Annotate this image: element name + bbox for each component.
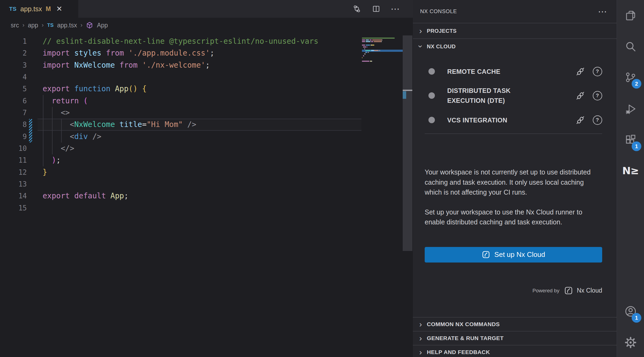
scrollbar-modified-marker — [403, 91, 406, 99]
collapsed-sections: › COMMON NX COMMANDS › GENERATE & RUN TA… — [413, 317, 617, 357]
connect-icon[interactable] — [575, 115, 585, 125]
section-label: PROJECTS — [427, 28, 457, 34]
line-number[interactable]: 15 — [0, 202, 27, 214]
line-number[interactable]: 13 — [0, 178, 27, 190]
line-number[interactable]: 10 — [0, 143, 27, 154]
line-number[interactable]: 12 — [0, 166, 27, 178]
setup-nx-cloud-button[interactable]: Set up Nx Cloud — [425, 247, 602, 263]
feature-label: VCS INTEGRATION — [447, 115, 536, 125]
explorer-icon[interactable] — [617, 2, 644, 29]
section-label: NX CLOUD — [427, 43, 456, 50]
close-icon[interactable]: ✕ — [56, 5, 62, 13]
modified-lines-gutter-indicator — [29, 119, 32, 143]
line-number[interactable]: 4 — [0, 71, 27, 83]
settings-gear-icon[interactable] — [617, 329, 644, 356]
source-control-badge: 2 — [632, 79, 641, 89]
more-actions-icon[interactable]: ⋯ — [598, 9, 608, 14]
code-line[interactable]: 13 — [0, 178, 413, 190]
code-text: <NxWelcome title="Hi Mom" /> — [43, 119, 196, 130]
breadcrumb: src › app › TS app.tsx › App — [11, 18, 108, 33]
scrollbar-cursor-marker — [403, 90, 412, 91]
code-text: return ( — [43, 95, 88, 107]
code-line[interactable]: 1// eslint-disable-next-line @typescript… — [0, 35, 413, 47]
line-number[interactable]: 7 — [0, 107, 27, 119]
code-editor[interactable]: 1// eslint-disable-next-line @typescript… — [0, 35, 413, 214]
source-control-icon[interactable]: 2 — [617, 64, 644, 91]
connect-icon[interactable] — [575, 91, 585, 100]
modified-badge: M — [46, 5, 51, 13]
code-line[interactable]: 3import NxWelcome from './nx-welcome'; — [0, 59, 413, 71]
help-icon[interactable]: ? — [593, 115, 602, 125]
line-number[interactable]: 2 — [0, 47, 27, 59]
code-line[interactable]: 15 — [0, 202, 413, 214]
compare-changes-icon[interactable] — [352, 4, 361, 13]
typescript-file-icon: TS — [47, 22, 54, 28]
code-text: import NxWelcome from './nx-welcome'; — [43, 59, 210, 71]
code-line[interactable]: 14export default App; — [0, 190, 413, 202]
code-line[interactable]: 10 </> — [0, 143, 413, 154]
connect-icon[interactable] — [575, 67, 585, 76]
collapsed-section-row[interactable]: › COMMON NX COMMANDS — [413, 317, 617, 331]
account-icon[interactable]: 1 — [617, 298, 644, 325]
indent-guide — [43, 95, 43, 166]
code-line[interactable]: 8 <NxWelcome title="Hi Mom" /> — [0, 119, 413, 130]
run-debug-icon[interactable] — [617, 96, 644, 122]
symbol-cube-icon — [86, 21, 93, 29]
tab-app-tsx[interactable]: TS app.tsx M ✕ — [0, 0, 78, 18]
breadcrumb-src[interactable]: src — [11, 22, 19, 29]
minimap-line — [363, 46, 366, 48]
minimap-line — [381, 41, 382, 42]
minimap-line — [379, 50, 380, 51]
nx-cloud-feature-row: DISTRIBUTED TASK EXECUTION (DTE) ? — [425, 83, 602, 108]
nx-cloud-feature-row: REMOTE CACHE ? — [425, 63, 602, 79]
vertical-scrollbar[interactable] — [403, 35, 412, 251]
breadcrumb-symbol-app[interactable]: App — [97, 22, 108, 29]
line-number[interactable]: 6 — [0, 95, 27, 107]
split-editor-icon[interactable] — [372, 4, 381, 13]
code-line[interactable]: 5export function App() { — [0, 83, 413, 95]
line-number[interactable]: 8 — [0, 119, 27, 130]
line-number[interactable]: 1 — [0, 35, 27, 47]
minimap-line — [371, 50, 374, 51]
editor-toolbar: ⋯ — [352, 0, 400, 18]
breadcrumb-file[interactable]: app.tsx — [57, 22, 77, 29]
extensions-icon[interactable]: 1 — [617, 126, 644, 153]
line-number[interactable]: 3 — [0, 59, 27, 71]
code-line[interactable]: 4 — [0, 71, 413, 83]
section-nx-cloud[interactable]: › NX CLOUD — [413, 38, 617, 54]
search-icon[interactable] — [617, 33, 644, 60]
line-number[interactable]: 11 — [0, 154, 27, 166]
nx-console-icon[interactable]: N≥ — [617, 157, 644, 184]
code-text: <div /> — [43, 131, 101, 143]
more-actions-icon[interactable]: ⋯ — [391, 4, 400, 13]
divider — [425, 133, 602, 134]
minimap-line — [366, 41, 371, 42]
help-icon[interactable]: ? — [593, 91, 602, 100]
collapsed-section-row[interactable]: › HELP AND FEEDBACK — [413, 345, 617, 357]
help-icon[interactable]: ? — [593, 67, 602, 76]
code-line[interactable]: 7 <> — [0, 107, 413, 119]
editor-region: TS app.tsx M ✕ ⋯ — [0, 0, 413, 357]
code-line[interactable]: 12} — [0, 166, 413, 178]
status-bullet-icon — [428, 117, 435, 123]
line-number[interactable]: 5 — [0, 83, 27, 95]
nx-cloud-brand-label: Nx Cloud — [577, 287, 602, 294]
collapsed-section-row[interactable]: › GENERATE & RUN TARGET — [413, 331, 617, 345]
chevron-right-icon: › — [80, 22, 82, 29]
activity-bar: 2 1 N≥ 1 — [617, 0, 644, 357]
line-number[interactable]: 14 — [0, 190, 27, 202]
indent-guide — [52, 107, 53, 154]
code-line[interactable]: 2import styles from './app.module.css'; — [0, 47, 413, 59]
minimap-line — [362, 45, 365, 46]
section-projects[interactable]: › PROJECTS — [413, 23, 617, 38]
code-text: <> — [43, 107, 70, 119]
minimap-line — [362, 39, 365, 41]
code-line[interactable]: 11 ); — [0, 154, 413, 166]
code-line[interactable]: 6 return ( — [0, 95, 413, 107]
code-line[interactable]: 9 <div /> — [0, 131, 413, 143]
nx-cloud-feature-row: VCS INTEGRATION ? — [425, 112, 602, 128]
minimap[interactable] — [362, 38, 403, 72]
line-number[interactable]: 9 — [0, 131, 27, 143]
extensions-badge: 1 — [632, 141, 641, 151]
breadcrumb-app[interactable]: app — [28, 22, 38, 29]
